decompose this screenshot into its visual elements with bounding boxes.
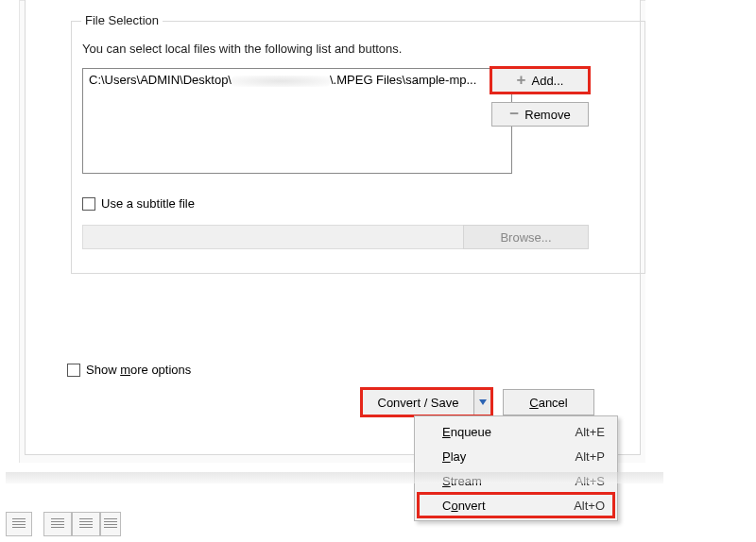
remove-button-label: Remove	[524, 108, 570, 122]
convert-save-dropdown[interactable]	[473, 390, 490, 415]
menu-item-shortcut: Alt+E	[576, 425, 605, 439]
menu-item-enqueue[interactable]: Enqueue Alt+E	[418, 419, 614, 444]
add-button[interactable]: + Add...	[491, 68, 589, 93]
convert-save-label: Convert / Save	[363, 396, 473, 410]
cancel-button-label: Cancel	[529, 396, 567, 410]
groupbox-legend: File Selection	[81, 13, 163, 27]
cancel-button[interactable]: Cancel	[503, 389, 594, 415]
subtitle-checkbox-label: Use a subtitle file	[101, 196, 195, 211]
open-media-panel: File Selection You can select local file…	[25, 0, 641, 455]
footer-buttons: Convert / Save Cancel	[362, 389, 594, 415]
menu-item-shortcut: Alt+P	[576, 449, 605, 464]
subtitle-checkbox-row[interactable]: Use a subtitle file	[82, 196, 195, 211]
remove-button[interactable]: − Remove	[491, 102, 589, 127]
menu-item-convert[interactable]: Convert Alt+O	[418, 493, 614, 517]
toolbar-icon[interactable]	[6, 512, 32, 536]
menu-item-shortcut: Alt+O	[574, 499, 605, 513]
browse-button: Browse...	[463, 225, 589, 249]
file-path-prefix: C:\Users\ADMIN\Desktop\	[89, 73, 232, 87]
file-list[interactable]: C:\Users\ADMIN\Desktop\\.MPEG Files\samp…	[82, 68, 512, 174]
show-more-options-row[interactable]: Show more options	[67, 363, 191, 377]
browse-button-label: Browse...	[500, 230, 551, 245]
menu-item-label: Play	[442, 449, 576, 464]
toolbar-icon[interactable]	[100, 512, 121, 536]
file-selection-hint: You can select local files with the foll…	[82, 42, 402, 56]
toolbar-icon[interactable]	[72, 512, 100, 536]
file-entry[interactable]: C:\Users\ADMIN\Desktop\\.MPEG Files\samp…	[89, 73, 506, 87]
add-button-label: Add...	[531, 74, 563, 88]
redacted-segment	[232, 76, 330, 87]
chevron-down-icon	[479, 399, 487, 405]
show-more-options-label: Show more options	[86, 363, 191, 377]
menu-item-label: Convert	[442, 499, 574, 513]
menu-item-play[interactable]: Play Alt+P	[418, 444, 614, 468]
convert-save-button[interactable]: Convert / Save	[362, 389, 491, 415]
subtitle-checkbox[interactable]	[82, 197, 95, 211]
show-more-options-checkbox[interactable]	[67, 364, 80, 377]
dialog-shadow	[6, 472, 663, 483]
subtitle-path-field	[82, 225, 495, 249]
file-path-suffix: \.MPEG Files\sample-mp...	[330, 73, 476, 87]
convert-dropdown-menu: Enqueue Alt+E Play Alt+P Stream Alt+S Co…	[414, 415, 618, 521]
toolbar-icon[interactable]	[43, 512, 72, 536]
menu-item-label: Enqueue	[442, 425, 576, 439]
